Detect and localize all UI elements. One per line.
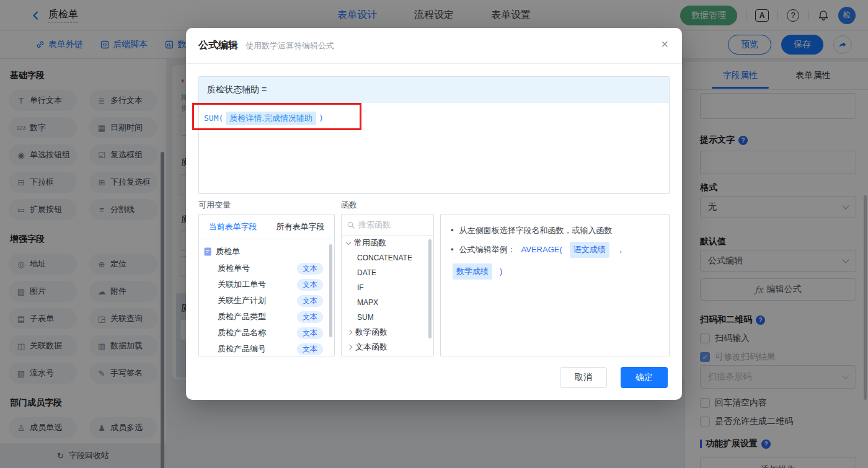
- confirm-button[interactable]: 确定: [621, 367, 668, 388]
- close-icon[interactable]: ×: [661, 38, 668, 50]
- variable-row[interactable]: 关联加工单号文本: [204, 276, 329, 293]
- field-type-badge: 文本: [297, 327, 323, 339]
- chevron-right-icon: [347, 345, 352, 350]
- function-item-if[interactable]: IF: [342, 280, 433, 295]
- function-item-date[interactable]: DATE: [342, 265, 433, 280]
- app-root: 质检单 表单设计 流程设定 表单设置 数据管理 A ? 检 表单外链: [0, 0, 868, 468]
- variable-row[interactable]: 关联生产计划文本: [204, 293, 329, 309]
- function-item-sum[interactable]: SUM: [342, 310, 433, 325]
- chevron-right-icon: [347, 330, 352, 335]
- example-field-chip: 数学成绩: [453, 263, 492, 280]
- functions-label: 函数: [341, 200, 357, 211]
- variables-form-node[interactable]: 质检单: [204, 243, 329, 260]
- bullet: •: [451, 223, 454, 238]
- function-search[interactable]: [342, 214, 433, 236]
- field-type-badge: 文本: [297, 311, 323, 323]
- tab-all-form-fields[interactable]: 所有表单字段: [277, 221, 325, 232]
- cancel-button[interactable]: 取消: [560, 367, 607, 388]
- function-group-common[interactable]: 常用函数: [342, 236, 433, 250]
- variable-row[interactable]: 质检产品名称文本: [204, 325, 329, 341]
- function-item-concatenate[interactable]: CONCATENATE: [342, 250, 433, 265]
- help-tip-1: • 从左侧面板选择字段名和函数，或输入函数: [451, 223, 659, 238]
- formula-target: 质检状态辅助 =: [199, 77, 669, 103]
- variable-row[interactable]: 质检产品类型文本: [204, 309, 329, 325]
- help-tip-2: • 公式编辑举例：AVERAGE(语文成绩，数学成绩): [451, 242, 659, 280]
- variable-row[interactable]: 质检产品编号文本: [204, 341, 329, 356]
- variables-panel: 当前表单字段 所有表单字段 质检单 质检单号文本 关联加工单号文本 关联生产计划…: [198, 214, 335, 356]
- formula-func-close: ): [319, 113, 324, 123]
- field-type-badge: 文本: [297, 295, 323, 307]
- chevron-down-icon: [346, 239, 351, 244]
- search-icon: [347, 221, 355, 229]
- function-search-input[interactable]: [358, 220, 420, 229]
- bullet: •: [451, 242, 454, 257]
- variables-label: 可用变量: [198, 200, 231, 211]
- field-type-badge: 文本: [297, 263, 323, 275]
- function-item-mapx[interactable]: MAPX: [342, 295, 433, 310]
- formula-editor: 质检状态辅助 = SUM(质检详情.完成情况辅助): [198, 76, 670, 194]
- functions-panel: 常用函数 CONCATENATE DATE IF MAPX SUM 数学函数 文…: [341, 214, 434, 356]
- formula-help-panel: • 从左侧面板选择字段名和函数，或输入函数 • 公式编辑举例：AVERAGE(语…: [440, 214, 670, 356]
- variables-scrollbar[interactable]: [329, 244, 332, 337]
- field-type-badge: 文本: [297, 279, 323, 291]
- functions-scrollbar[interactable]: [428, 239, 432, 338]
- modal-title: 公式编辑: [198, 39, 238, 52]
- field-type-badge: 文本: [297, 343, 323, 355]
- variable-row[interactable]: 质检单号文本: [204, 260, 329, 276]
- modal-subtitle: 使用数学运算符编辑公式: [246, 40, 334, 51]
- formula-edit-modal: 公式编辑 使用数学运算符编辑公式 × 质检状态辅助 = SUM(质检详情.完成情…: [186, 28, 682, 400]
- tab-current-form-fields[interactable]: 当前表单字段: [209, 221, 257, 232]
- document-icon: [204, 247, 211, 256]
- formula-func-open: SUM(: [204, 113, 223, 123]
- function-group-text[interactable]: 文本函数: [342, 340, 433, 355]
- formula-expression[interactable]: SUM(质检详情.完成情况辅助): [199, 103, 669, 134]
- example-field-chip: 语文成绩: [570, 242, 609, 258]
- function-group-math[interactable]: 数学函数: [342, 325, 433, 340]
- formula-field-chip[interactable]: 质检详情.完成情况辅助: [226, 112, 316, 125]
